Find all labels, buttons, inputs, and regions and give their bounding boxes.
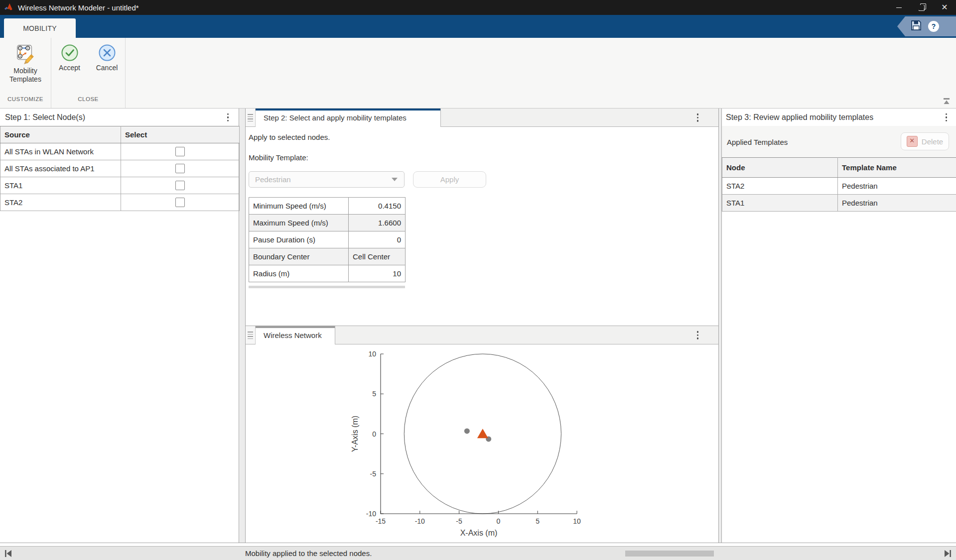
step3-col-template: Template Name — [838, 158, 956, 178]
node-source-cell: All STAs associated to AP1 — [0, 160, 121, 177]
chevron-down-icon — [392, 178, 398, 181]
template-cell: Pedestrian — [838, 195, 956, 212]
network-tabbar: Wireless Network — [246, 326, 718, 344]
step1-node-table: Source Select All STAs in WLAN Network A… — [0, 126, 240, 211]
table-row: All STAs associated to AP1 — [0, 160, 240, 177]
network-drag-handle[interactable] — [246, 326, 256, 344]
select-checkbox[interactable] — [175, 147, 185, 156]
accept-check-icon — [61, 44, 79, 62]
delete-button[interactable]: ✕ Delete — [901, 132, 949, 150]
step2-drag-handle[interactable] — [246, 109, 256, 126]
section-close: CLOSE — [51, 96, 125, 108]
applied-templates-label: Applied Templates — [727, 137, 788, 146]
template-cell: Pedestrian — [838, 178, 956, 195]
accept-label: Accept — [59, 64, 80, 72]
tab-step2[interactable]: Step 2: Select and apply mobility templa… — [256, 109, 441, 127]
tab-wireless-network[interactable]: Wireless Network — [256, 326, 335, 344]
applied-template-row[interactable]: STA2 Pedestrian — [722, 178, 956, 195]
horizontal-scrollbar-thumb[interactable] — [625, 551, 714, 557]
network-menu-button[interactable] — [695, 329, 701, 341]
restore-icon — [919, 5, 925, 11]
node-cell: STA1 — [722, 195, 838, 212]
scroll-to-end-button[interactable] — [943, 550, 952, 558]
svg-text:-10: -10 — [415, 517, 425, 525]
step1-header: Step 1: Select Node(s) — [0, 109, 239, 126]
table-row: All STAs in WLAN Network — [0, 143, 240, 160]
select-checkbox[interactable] — [175, 164, 185, 173]
svg-text:0: 0 — [497, 517, 501, 525]
workspace: Step 1: Select Node(s) Source Select All… — [0, 109, 956, 543]
applied-template-row[interactable]: STA1 Pedestrian — [722, 195, 956, 212]
svg-text:-5: -5 — [456, 517, 462, 525]
step3-header: Step 3: Review applied mobility template… — [722, 109, 956, 126]
step3-title: Step 3: Review applied mobility template… — [722, 113, 873, 122]
svg-text:5: 5 — [536, 517, 540, 525]
step1-col-select: Select — [121, 126, 240, 143]
help-button[interactable]: ? — [928, 21, 939, 32]
panel-center: Step 2: Select and apply mobility templa… — [245, 109, 719, 543]
delete-x-icon: ✕ — [907, 136, 918, 147]
apply-button[interactable]: Apply — [413, 171, 486, 188]
network-plot-area: -15-10-50510-10-50510X-Axis (m)Y-Axis (m… — [246, 344, 718, 544]
panel-step1: Step 1: Select Node(s) Source Select All… — [0, 109, 239, 543]
status-bar: Mobility applied to the selected nodes. — [0, 546, 956, 560]
mobility-templates-button[interactable]: Mobility Templates — [2, 43, 48, 85]
dropdown-value: Pedestrian — [249, 175, 392, 184]
property-value: 0.4150 — [349, 198, 406, 215]
svg-text:5: 5 — [372, 390, 376, 398]
help-icon: ? — [932, 22, 936, 30]
step2-content: Apply to selected nodes. Mobility Templa… — [246, 127, 718, 326]
skip-start-icon — [4, 550, 13, 558]
property-name: Radius (m) — [249, 265, 349, 282]
scroll-to-start-button[interactable] — [4, 550, 13, 558]
property-value: 1.6600 — [349, 215, 406, 231]
tab-step2-label: Step 2: Select and apply mobility templa… — [264, 113, 407, 122]
collapse-toolstrip-button[interactable] — [941, 97, 952, 105]
step1-menu-button[interactable] — [225, 111, 231, 123]
close-icon: ✕ — [941, 3, 948, 11]
svg-text:10: 10 — [573, 517, 581, 525]
step3-menu-button[interactable] — [944, 111, 950, 123]
cancel-label: Cancel — [96, 64, 118, 72]
applied-templates-bar: Applied Templates ✕ Delete — [722, 126, 956, 157]
property-value: 0 — [349, 231, 406, 248]
select-checkbox[interactable] — [175, 198, 185, 207]
grip-icon — [248, 114, 253, 121]
restore-button[interactable] — [910, 0, 933, 15]
step3-col-node: Node — [722, 158, 838, 178]
close-button[interactable]: ✕ — [933, 0, 956, 15]
svg-text:10: 10 — [368, 350, 376, 358]
property-name: Boundary Center — [249, 248, 349, 265]
select-checkbox[interactable] — [175, 181, 185, 190]
svg-text:0: 0 — [372, 430, 376, 438]
table-row: STA2 — [0, 194, 240, 211]
title-bar: Wireless Network Modeler - untitled* ✕ — [0, 0, 956, 15]
active-tab-accent — [256, 109, 440, 111]
inactive-tab-accent — [256, 326, 335, 328]
svg-text:X-Axis (m): X-Axis (m) — [460, 529, 498, 537]
property-value: 10 — [349, 265, 406, 282]
mobility-templates-icon — [15, 44, 36, 65]
cancel-button[interactable]: Cancel — [89, 43, 125, 73]
mobility-template-dropdown[interactable]: Pedestrian — [249, 171, 405, 188]
apply-hint: Apply to selected nodes. — [249, 133, 330, 141]
table-row: STA1 — [0, 177, 240, 194]
save-icon — [910, 19, 922, 31]
property-name: Pause Duration (s) — [249, 231, 349, 248]
mobility-template-label: Mobility Template: — [249, 153, 308, 162]
save-button[interactable] — [910, 19, 922, 33]
table-resize-grip[interactable] — [249, 286, 405, 288]
network-plot: -15-10-50510-10-50510X-Axis (m)Y-Axis (m… — [246, 344, 719, 544]
property-name: Maximum Speed (m/s) — [249, 215, 349, 231]
applied-templates-table: Node Template Name STA2 Pedestrian STA1 … — [722, 157, 956, 212]
step2-menu-button[interactable] — [695, 112, 701, 124]
delete-label: Delete — [922, 137, 943, 146]
template-properties-table: Minimum Speed (m/s)0.4150 Maximum Speed … — [249, 197, 406, 282]
collapse-toolstrip-icon — [943, 98, 951, 105]
minimize-button[interactable] — [887, 0, 910, 15]
matlab-logo-icon — [4, 2, 14, 12]
accept-button[interactable]: Accept — [51, 43, 88, 73]
group-customize: Mobility Templates CUSTOMIZE — [0, 38, 51, 108]
tab-mobility[interactable]: MOBILITY — [4, 18, 76, 38]
cancel-x-icon — [98, 44, 116, 62]
